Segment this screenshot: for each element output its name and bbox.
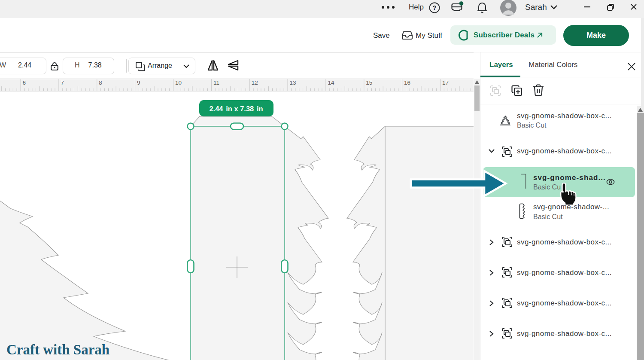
svg-text:8: 8 bbox=[99, 79, 102, 86]
svg-text:16: 16 bbox=[404, 79, 410, 86]
svg-text:12: 12 bbox=[252, 79, 258, 86]
svg-text:?: ? bbox=[433, 4, 437, 11]
svg-text:9: 9 bbox=[137, 79, 140, 86]
svg-text:15: 15 bbox=[366, 79, 372, 86]
svg-text:7: 7 bbox=[61, 79, 64, 86]
svg-text:14: 14 bbox=[328, 79, 334, 86]
svg-text:17: 17 bbox=[442, 79, 449, 86]
svg-text:10: 10 bbox=[175, 79, 182, 86]
svg-text:11: 11 bbox=[213, 79, 219, 86]
svg-text:13: 13 bbox=[290, 79, 296, 86]
svg-text:6: 6 bbox=[23, 79, 26, 86]
svg-text:2.44 in x 7.38 in: 2.44 in x 7.38 in bbox=[209, 105, 263, 113]
